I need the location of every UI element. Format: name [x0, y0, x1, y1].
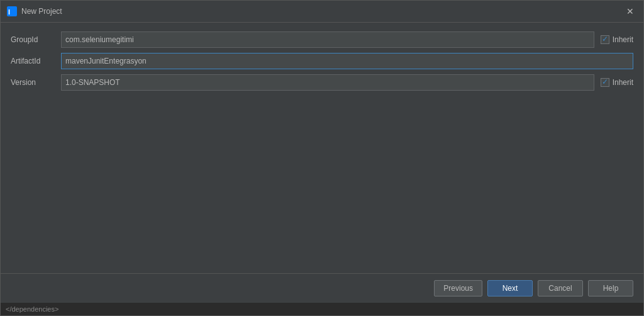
version-inherit-label: Inherit: [613, 78, 633, 87]
groupid-inherit-checkbox[interactable]: [601, 35, 609, 44]
version-inherit-check: Inherit: [601, 78, 633, 87]
help-button[interactable]: Help: [588, 280, 633, 296]
groupid-row: GroupId Inherit: [11, 31, 633, 48]
groupid-inherit-label: Inherit: [613, 35, 633, 44]
dialog-footer: Previous Next Cancel Help: [1, 273, 643, 303]
title-bar: I New Project ✕: [1, 1, 643, 23]
content-spacer: [11, 96, 633, 264]
close-button[interactable]: ✕: [623, 4, 637, 18]
version-row: Version Inherit: [11, 74, 633, 91]
version-inherit-checkbox[interactable]: [601, 78, 609, 87]
artifactid-row: ArtifactId: [11, 53, 633, 69]
svg-text:I: I: [8, 8, 10, 16]
intellij-icon: I: [7, 6, 17, 16]
next-button[interactable]: Next: [487, 280, 533, 296]
dialog-content: GroupId Inherit ArtifactId Version Inher…: [1, 23, 643, 273]
version-input[interactable]: [61, 74, 594, 91]
cancel-button[interactable]: Cancel: [538, 280, 583, 296]
artifactid-label: ArtifactId: [11, 57, 55, 65]
artifactid-input[interactable]: [61, 53, 633, 69]
title-bar-left: I New Project: [7, 6, 62, 16]
bottom-bar-text: </dependencies>: [6, 305, 58, 313]
window-title: New Project: [21, 7, 62, 16]
groupid-inherit-check: Inherit: [601, 35, 633, 44]
previous-button[interactable]: Previous: [434, 280, 482, 296]
version-label: Version: [11, 78, 55, 87]
new-project-dialog: I New Project ✕ GroupId Inherit Artifact…: [0, 0, 644, 316]
bottom-bar: </dependencies>: [1, 303, 643, 315]
groupid-input[interactable]: [61, 31, 594, 48]
groupid-label: GroupId: [11, 35, 55, 44]
